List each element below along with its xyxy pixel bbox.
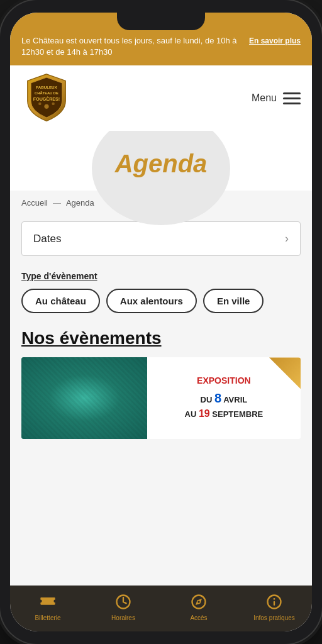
svg-point-5 <box>52 103 54 105</box>
phone-frame: Le Château est ouvert tous les jours, sa… <box>0 0 322 644</box>
phone-screen: Le Château est ouvert tous les jours, sa… <box>10 13 312 631</box>
event-type-buttons: Au château Aux alentours En ville <box>21 289 301 313</box>
dates-label: Dates <box>33 233 61 245</box>
btn-au-chateau[interactable]: Au château <box>21 289 100 313</box>
nav-horaires-label: Horaires <box>111 614 135 621</box>
svg-point-10 <box>274 598 275 600</box>
nav-acces-label: Accès <box>190 614 207 621</box>
btn-en-ville[interactable]: En ville <box>203 289 264 313</box>
ticket-icon <box>38 592 58 612</box>
svg-text:CHÂTEAU DE: CHÂTEAU DE <box>35 91 58 95</box>
clock-icon <box>113 592 133 612</box>
btn-aux-alentours[interactable]: Aux alentours <box>106 289 197 313</box>
compass-icon <box>189 592 209 612</box>
breadcrumb-current: Agenda <box>66 198 94 208</box>
events-section: Nos évènements EXPOSITION DU 8 AVRIL AU … <box>10 318 312 445</box>
event-card-image <box>21 357 147 439</box>
menu-label: Menu <box>252 92 277 104</box>
event-type-section: Type d'évènement Au château Aux alentour… <box>10 262 312 318</box>
dates-dropdown[interactable]: Dates › <box>21 221 301 256</box>
nav-horaires[interactable]: Horaires <box>86 592 161 621</box>
menu-button[interactable]: Menu <box>252 92 301 104</box>
nav-infos[interactable]: Infos pratiques <box>236 592 312 621</box>
title-area: Agenda <box>10 131 312 191</box>
page-title: Agenda <box>23 150 299 178</box>
event-texture <box>21 357 147 439</box>
banner-link[interactable]: En savoir plus <box>249 36 301 45</box>
breadcrumb-home[interactable]: Accueil <box>21 198 48 208</box>
info-icon <box>264 592 284 612</box>
site-header: FABULEUX CHÂTEAU DE FOUGÈRES! Menu <box>10 65 312 131</box>
bottom-nav: Billetterie Horaires <box>10 586 312 631</box>
svg-text:FABULEUX: FABULEUX <box>36 85 57 89</box>
svg-point-3 <box>44 104 48 109</box>
svg-rect-11 <box>274 601 275 606</box>
notch <box>117 13 205 30</box>
event-card[interactable]: EXPOSITION DU 8 AVRIL AU 19 SEPTEMBRE <box>21 357 301 439</box>
events-title: Nos évènements <box>21 328 301 348</box>
breadcrumb-separator: — <box>53 198 61 208</box>
nav-billetterie-label: Billetterie <box>35 614 60 621</box>
svg-text:FOUGÈRES!: FOUGÈRES! <box>33 97 60 103</box>
exposition-label: EXPOSITION <box>155 375 293 386</box>
event-card-info: EXPOSITION DU 8 AVRIL AU 19 SEPTEMBRE <box>147 357 301 439</box>
page-content: Agenda Accueil — Agenda Dates › Type d'é… <box>10 131 312 586</box>
logo[interactable]: FABULEUX CHÂTEAU DE FOUGÈRES! <box>21 73 72 123</box>
hamburger-icon <box>283 92 301 104</box>
svg-point-8 <box>197 601 200 603</box>
banner-text: Le Château est ouvert tous les jours, sa… <box>21 35 243 58</box>
svg-point-4 <box>38 103 41 105</box>
chevron-right-icon: › <box>285 232 289 245</box>
nav-billetterie[interactable]: Billetterie <box>10 592 86 621</box>
event-type-label: Type d'évènement <box>21 271 301 281</box>
nav-acces[interactable]: Accès <box>161 592 236 621</box>
nav-infos-label: Infos pratiques <box>253 614 295 621</box>
event-date: DU 8 AVRIL AU 19 SEPTEMBRE <box>155 389 293 421</box>
